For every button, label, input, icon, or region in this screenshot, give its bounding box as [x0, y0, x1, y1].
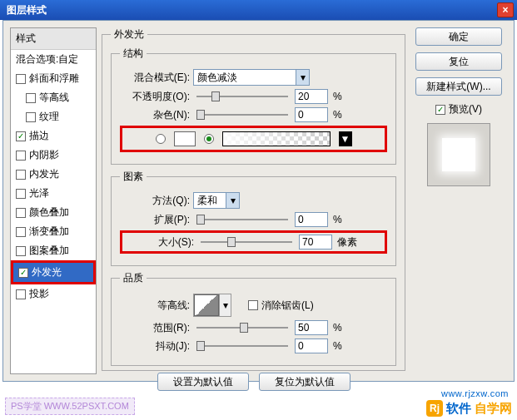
opacity-label: 不透明度(O): [120, 90, 190, 104]
style-item-drop_shadow[interactable]: 投影 [11, 284, 96, 304]
technique-combo[interactable]: 柔和 ▾ [193, 192, 240, 209]
style-checkbox-inner_glow[interactable] [16, 170, 26, 180]
range-slider[interactable] [196, 322, 288, 334]
style-checkbox-grad_overlay[interactable] [16, 227, 26, 237]
gradient-dropdown-icon[interactable]: ▼ [339, 131, 352, 146]
noise-unit: % [333, 109, 342, 121]
watermark-right: Rj 软件自学网 [426, 400, 512, 417]
quality-legend: 品质 [120, 271, 147, 285]
style-item-stroke[interactable]: ✓描边 [11, 126, 96, 146]
set-default-button[interactable]: 设置为默认值 [157, 373, 249, 391]
outer-glow-fieldset: 外发光 结构 混合模式(E): 颜色减淡 ▾ 不透明度(O): % [102, 27, 405, 371]
style-checkbox-pattern_overlay[interactable] [16, 246, 26, 256]
style-item-outer_glow[interactable]: ✓外发光 [11, 260, 96, 284]
watermark-logo-icon: Rj [426, 400, 443, 417]
default-buttons-row: 设置为默认值 复位为默认值 [111, 373, 396, 391]
style-item-pattern_overlay[interactable]: 图案叠加 [11, 241, 96, 260]
size-label: 大小(S): [124, 235, 194, 250]
blend-mode-combo[interactable]: 颜色减淡 ▾ [193, 69, 310, 86]
blend-options-label: 混合选项:自定 [16, 52, 78, 67]
range-label: 范围(R): [120, 321, 190, 335]
gradient-swatch[interactable] [222, 131, 331, 146]
noise-slider[interactable] [196, 109, 288, 121]
window-close-button[interactable]: × [497, 2, 514, 17]
jitter-input[interactable] [295, 338, 328, 353]
range-input[interactable] [295, 320, 328, 335]
solid-color-swatch[interactable] [174, 131, 196, 146]
technique-value: 柔和 [197, 194, 217, 208]
style-checkbox-stroke[interactable]: ✓ [16, 131, 26, 141]
spread-input[interactable] [295, 212, 328, 227]
style-item-texture_sub[interactable]: 纹理 [11, 107, 96, 126]
style-label: 内发光 [29, 167, 59, 181]
jitter-row: 抖动(J): % [120, 338, 387, 353]
spread-label: 扩展(P): [120, 213, 190, 227]
size-slider[interactable] [201, 236, 292, 248]
blend-options-row[interactable]: 混合选项:自定 [11, 50, 96, 69]
style-checkbox-color_overlay[interactable] [16, 208, 26, 218]
opacity-slider[interactable] [196, 91, 288, 102]
ok-button[interactable]: 确定 [415, 27, 502, 46]
style-checkbox-texture_sub[interactable] [26, 112, 36, 122]
style-checkbox-outer_glow[interactable]: ✓ [18, 268, 28, 278]
elements-group: 图素 方法(Q): 柔和 ▾ 扩展(P): % 大小(S): [111, 170, 396, 266]
style-label: 外发光 [32, 265, 62, 279]
dialog-body: 样式 混合选项:自定 斜面和浮雕等高线纹理✓描边内阴影内发光光泽颜色叠加渐变叠加… [2, 20, 515, 382]
style-checkbox-inner_shadow[interactable] [16, 151, 26, 161]
anti-alias-checkbox[interactable] [248, 300, 258, 310]
structure-legend: 结构 [120, 47, 147, 61]
style-checkbox-contour_sub[interactable] [26, 93, 36, 103]
style-item-inner_glow[interactable]: 内发光 [11, 165, 96, 184]
jitter-label: 抖动(J): [120, 339, 190, 353]
style-item-contour_sub[interactable]: 等高线 [11, 88, 96, 107]
opacity-input[interactable] [295, 89, 328, 104]
style-item-color_overlay[interactable]: 颜色叠加 [11, 203, 96, 222]
style-label: 图案叠加 [29, 244, 69, 258]
style-item-satin[interactable]: 光泽 [11, 184, 96, 203]
solid-color-radio[interactable] [156, 134, 166, 144]
watermark-brand2: 自学网 [475, 401, 512, 417]
style-item-bevel[interactable]: 斜面和浮雕 [11, 69, 96, 88]
jitter-slider[interactable] [196, 340, 288, 352]
chevron-down-icon: ▾ [226, 193, 239, 208]
style-item-inner_shadow[interactable]: 内阴影 [11, 146, 96, 165]
options-panel: 外发光 结构 混合模式(E): 颜色减淡 ▾ 不透明度(O): % [102, 27, 405, 374]
contour-label: 等高线: [120, 299, 190, 313]
section-title: 外发光 [111, 27, 147, 42]
spread-slider[interactable] [196, 214, 288, 225]
size-row: 大小(S): 像素 [120, 230, 387, 254]
preview-checkbox-row[interactable]: ✓ 预览(V) [435, 102, 482, 116]
style-label: 光泽 [29, 186, 49, 200]
style-checkbox-drop_shadow[interactable] [16, 289, 26, 299]
noise-row: 杂色(N): % [120, 107, 387, 122]
chevron-down-icon: ▾ [219, 294, 231, 316]
elements-legend: 图素 [120, 170, 147, 184]
new-style-button[interactable]: 新建样式(W)... [415, 77, 502, 96]
reset-button[interactable]: 复位 [415, 52, 502, 71]
anti-alias-label: 消除锯齿(L) [261, 299, 314, 313]
style-checkbox-satin[interactable] [16, 189, 26, 199]
preview-checkbox[interactable]: ✓ [435, 105, 445, 115]
contour-row: 等高线: ▾ 消除锯齿(L) [120, 294, 387, 317]
range-row: 范围(R): % [120, 320, 387, 335]
style-label: 渐变叠加 [29, 225, 69, 239]
noise-input[interactable] [295, 107, 328, 122]
watermark-url: www.rjzxw.com [441, 388, 509, 398]
gradient-radio[interactable] [204, 134, 214, 144]
size-unit: 像素 [337, 235, 357, 250]
style-label: 等高线 [39, 91, 69, 105]
jitter-unit: % [333, 340, 342, 352]
opacity-unit: % [333, 91, 342, 102]
style-item-grad_overlay[interactable]: 渐变叠加 [11, 222, 96, 241]
spread-unit: % [333, 214, 342, 225]
style-checkbox-bevel[interactable] [16, 74, 26, 84]
reset-default-button[interactable]: 复位为默认值 [259, 373, 350, 391]
blend-mode-value: 颜色减淡 [197, 71, 237, 85]
window-title: 图层样式 [3, 3, 497, 17]
spread-row: 扩展(P): % [120, 212, 387, 227]
size-input[interactable] [299, 235, 332, 250]
blend-mode-label: 混合模式(E): [120, 71, 190, 85]
blend-mode-row: 混合模式(E): 颜色减淡 ▾ [120, 69, 387, 86]
noise-label: 杂色(N): [120, 108, 190, 122]
contour-picker[interactable]: ▾ [193, 294, 231, 317]
